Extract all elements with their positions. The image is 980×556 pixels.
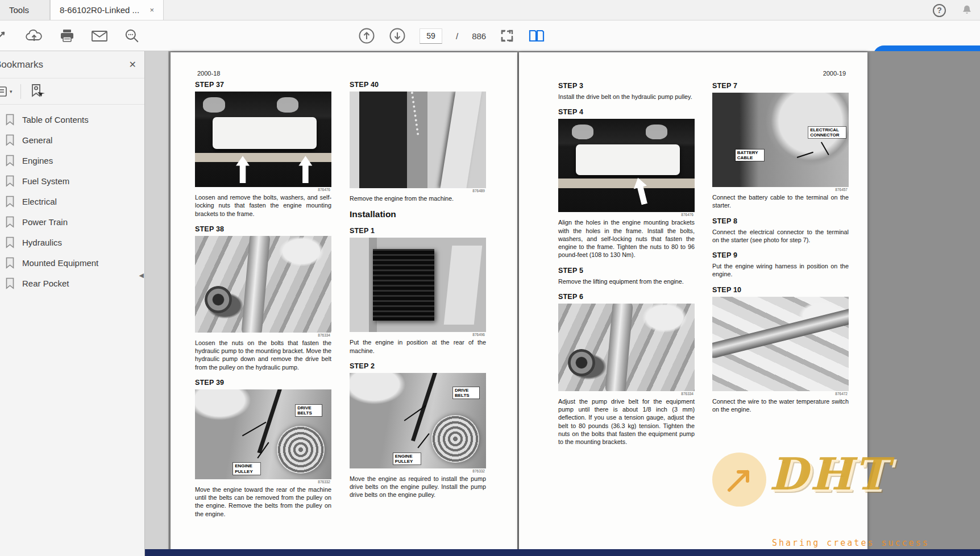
goto-bookmark-icon[interactable] <box>29 83 45 100</box>
bookmarks-list: Table of Contents General Engines Fuel S… <box>0 105 144 293</box>
toolbar-left-group <box>0 20 140 51</box>
bookmark-item-hydraulics[interactable]: Hydraulics <box>0 232 144 252</box>
step-photo <box>558 304 695 391</box>
toolbar-page-nav: / 886 <box>358 20 545 51</box>
photo-label: DRIVE BELTS <box>453 387 479 399</box>
next-page-icon[interactable] <box>389 27 406 44</box>
app-body: Bookmarks ✕ ▾ <box>0 51 980 556</box>
cloud-upload-icon[interactable] <box>25 28 43 44</box>
bottom-taskbar-strip <box>145 549 980 556</box>
step-title: STEP 10 <box>712 286 849 294</box>
tabbar-right-icons: ? <box>933 0 973 20</box>
tab-document[interactable]: 8-66102R0-Linked ... × <box>50 0 164 20</box>
step-photo: ELECTRICAL CONNECTOR BATTERY CABLE <box>712 93 849 187</box>
leader-line <box>821 142 829 155</box>
photo-detail <box>277 426 325 474</box>
bookmark-item-electrical[interactable]: Electrical <box>0 191 144 211</box>
document-view[interactable]: 2000-18 STEP 37 876476 Loosen and remove… <box>145 51 980 556</box>
photo-detail <box>572 125 593 139</box>
photo-id: 876472 <box>712 392 848 396</box>
bookmark-flag-icon <box>5 216 15 228</box>
step-title: STEP 9 <box>712 251 849 259</box>
bookmark-item-rear-pocket[interactable]: Rear Pocket <box>0 273 144 293</box>
photo-detail <box>373 249 434 321</box>
bookmarks-close-icon[interactable]: ✕ <box>129 59 136 70</box>
bookmark-flag-icon <box>5 114 15 126</box>
bookmark-flag-icon <box>5 257 15 269</box>
photo-id: 876476 <box>195 188 330 192</box>
step-title: STEP 3 <box>558 82 695 90</box>
page-total: 886 <box>472 31 486 41</box>
print-icon[interactable] <box>59 28 75 43</box>
help-icon[interactable]: ? <box>933 4 946 17</box>
bookmark-options-icon[interactable]: ▾ <box>0 83 13 100</box>
step-text: Put the engine wiring harness in positio… <box>712 262 849 279</box>
toolbar-divider <box>20 84 21 99</box>
bookmarks-panel: Bookmarks ✕ ▾ <box>0 51 145 556</box>
step-title: STEP 4 <box>558 108 695 116</box>
page-thumbnails-icon[interactable] <box>500 28 514 43</box>
step-title: STEP 7 <box>712 82 849 90</box>
email-icon[interactable] <box>91 29 108 43</box>
step-photo: DRIVE BELTS ENGINE PULLEY <box>350 373 486 468</box>
step-photo <box>350 238 486 332</box>
photo-detail <box>203 97 225 113</box>
page-column: STEP 7 ELECTRICAL CONNECTOR BATTERY CABL… <box>712 82 849 416</box>
photo-detail <box>443 246 481 325</box>
photo-id: 876332 <box>350 469 485 474</box>
page-column: STEP 37 876476 Loosen and remove the bol… <box>195 81 331 520</box>
photo-detail <box>646 125 667 139</box>
photo-detail <box>277 97 298 113</box>
photo-detail <box>195 153 331 163</box>
step-photo <box>712 297 849 391</box>
bookmark-item-engines[interactable]: Engines <box>0 150 144 171</box>
photo-detail <box>712 305 849 359</box>
photo-id: 876334 <box>558 392 694 396</box>
bookmarks-header: Bookmarks ✕ <box>0 51 144 78</box>
photo-label: ENGINE PULLEY <box>393 453 421 464</box>
panel-collapse-icon[interactable]: ◀ <box>139 272 144 279</box>
step-caption: Loosen and remove the bolts, washers, an… <box>195 193 331 218</box>
bookmark-flag-icon <box>5 277 15 289</box>
bookmark-flag-icon <box>5 175 15 187</box>
clipped-tool-icon[interactable] <box>0 28 9 43</box>
photo-detail <box>213 117 316 148</box>
step-caption: Remove the engine from the machine. <box>350 194 486 202</box>
bookmark-flag-icon <box>5 196 15 208</box>
photo-detail <box>205 286 232 313</box>
photo-label: ENGINE PULLEY <box>233 463 260 474</box>
two-page-view-icon[interactable] <box>528 28 545 43</box>
photo-id: 876457 <box>712 188 848 192</box>
photo-label: BATTERY CABLE <box>736 150 764 161</box>
step-caption: Put the engine in position at the rear o… <box>350 338 486 355</box>
notifications-bell-icon[interactable] <box>961 4 973 16</box>
page-column: STEP 3 Install the drive belt on the hyd… <box>558 82 695 448</box>
page-number: 2000-19 <box>823 70 846 77</box>
photo-label: DRIVE BELTS <box>296 405 322 416</box>
bookmark-item-fuel-system[interactable]: Fuel System <box>0 171 144 191</box>
step-title: STEP 5 <box>558 267 695 275</box>
step-caption: Adjust the pump drive belt for the equip… <box>558 397 695 446</box>
bookmark-item-table-of-contents[interactable]: Table of Contents <box>0 109 144 130</box>
bookmark-item-mounted-equipment[interactable]: Mounted Equipment <box>0 252 144 273</box>
leader-line <box>417 433 429 448</box>
step-caption: Move the engine toward the rear of the m… <box>195 486 331 518</box>
page-divider: / <box>456 31 458 41</box>
step-photo <box>350 92 486 188</box>
step-caption: Connect the wire to the water temperatur… <box>712 397 849 414</box>
bookmark-item-general[interactable]: General <box>0 130 144 150</box>
page-number-input[interactable] <box>420 28 442 44</box>
bookmark-item-power-train[interactable]: Power Train <box>0 211 144 232</box>
previous-page-icon[interactable] <box>358 27 375 44</box>
options-caret-icon: ▾ <box>10 89 13 94</box>
photo-detail <box>558 179 695 188</box>
step-title: STEP 8 <box>712 217 849 225</box>
manual-page-2000-19: 2000-19 STEP 3 Install the drive belt on… <box>519 52 867 555</box>
bookmarks-toolbar: ▾ <box>0 78 144 105</box>
page-number: 2000-18 <box>197 70 220 77</box>
tab-tools[interactable]: Tools <box>0 0 50 20</box>
photo-detail <box>431 415 479 463</box>
search-icon[interactable] <box>124 28 140 44</box>
tab-close-icon[interactable]: × <box>150 6 154 14</box>
photo-detail <box>605 304 633 391</box>
